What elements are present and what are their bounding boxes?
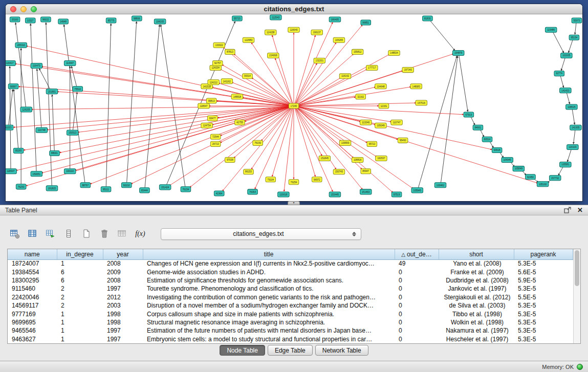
graph-node[interactable]: 95154 [569,35,579,40]
table-cell[interactable]: Stergiakouli et al. (2012) [439,293,514,301]
table-cell[interactable]: 9465546 [8,326,57,335]
graph-node[interactable]: 72544 [210,134,221,139]
network-graph[interactable]: 1724012161105049957221088161507439697276… [6,14,582,201]
table-cell[interactable]: 5.9E-5 [514,276,573,285]
graph-node[interactable]: 76254 [289,180,299,185]
divider-handle[interactable]: ▾ [288,201,300,205]
graph-edge[interactable] [41,106,290,173]
function-builder-icon[interactable]: f(x) [134,227,147,240]
graph-node[interactable]: 76154 [181,187,191,192]
create-table-icon[interactable] [80,227,93,240]
graph-node[interactable]: 105849 [513,166,525,171]
graph-node[interactable]: 76253 [16,184,26,189]
graph-node[interactable]: 148818 [231,94,243,99]
graph-node[interactable]: 92757 [212,60,223,65]
close-window-button[interactable] [10,6,16,12]
table-row[interactable]: 946362711997Embryonic stem cells: a mode… [8,335,573,343]
table-cell[interactable]: 1 [57,310,103,318]
graph-edge[interactable] [296,108,322,156]
table-row[interactable]: 2242004622012Investigating the contribut… [8,293,573,301]
graph-edge[interactable] [16,106,290,170]
graph-node[interactable]: 105049 [375,123,387,128]
table-cell[interactable]: Jankovic et al. (1997) [439,285,514,293]
table-cell[interactable]: 9777169 [8,310,57,318]
graph-node[interactable]: 93477 [207,116,217,121]
graph-node[interactable]: 79104 [266,177,276,182]
graph-edge[interactable] [37,69,41,128]
graph-edge[interactable] [15,63,290,105]
graph-node[interactable]: 95493 [398,138,408,143]
close-panel-icon[interactable]: ✕ [577,207,583,213]
graph-node[interactable]: 55723 [232,16,243,21]
graph-node[interactable]: 76150 [253,140,263,145]
graph-node[interactable]: 90014 [243,74,253,79]
graph-node[interactable]: 104205 [154,19,166,24]
table-cell[interactable]: 0 [395,310,439,318]
graph-node[interactable]: 116417 [6,60,15,65]
table-cell[interactable]: 2008 [103,276,143,285]
graph-edge[interactable] [573,130,575,144]
graph-node[interactable]: 88001 [50,150,60,156]
column-header-year[interactable]: year [103,249,143,259]
graph-node[interactable]: 155812 [352,49,363,54]
graph-node[interactable]: 41964 [214,191,224,196]
graph-node[interactable]: 124204 [210,65,222,71]
graph-edge[interactable] [575,23,576,34]
table-row[interactable]: 946554611997Estimation of the future num… [8,326,573,335]
graph-edge[interactable] [10,67,11,169]
column-header-in-degree[interactable]: in_degree [57,249,103,259]
table-cell[interactable]: 0 [395,301,439,310]
table-cell[interactable]: Structural magnetic resonance image aver… [143,318,395,326]
graph-node[interactable]: 196137 [311,30,323,35]
graph-edge[interactable] [297,106,391,122]
graph-node[interactable]: 112543 [270,15,282,20]
table-cell[interactable]: 5.6E-5 [514,268,573,276]
table-cell[interactable]: 5.3E-5 [514,259,573,268]
table-cell[interactable]: 18300295 [8,276,57,285]
delete-table-icon[interactable] [98,227,111,240]
graph-edge[interactable] [418,56,457,188]
table-cell[interactable]: 1997 [103,326,143,335]
table-cell[interactable]: 0 [395,285,439,293]
graph-edge[interactable] [46,23,52,186]
graph-edge[interactable] [297,103,416,106]
table-cell[interactable]: 1 [57,259,103,268]
graph-node[interactable]: 116640 [288,27,300,32]
graph-node[interactable]: 150743 [333,169,345,174]
graph-edge[interactable] [558,167,563,176]
table-cell[interactable]: 5.3E-5 [514,285,573,293]
table-cell[interactable]: de Silva et al. (2003) [439,301,514,310]
table-cell[interactable]: 0 [395,318,439,326]
graph-node[interactable]: 85775 [106,18,116,23]
table-cell[interactable]: Corpus callosum shape and size in male p… [143,310,395,318]
graph-node[interactable]: 126205 [20,107,32,112]
graph-edge[interactable] [296,25,363,104]
graph-edge[interactable] [296,108,363,189]
graph-node[interactable]: 86947 [361,169,371,174]
column-header-title[interactable]: title [143,249,395,259]
table-cell[interactable]: 0 [395,268,439,276]
table-cell[interactable]: Investigating the contribution of common… [143,293,395,301]
graph-node[interactable]: 55973 [572,18,582,23]
column-header-name[interactable]: name [8,249,57,259]
table-cell[interactable]: 5.5E-5 [514,293,573,301]
table-settings-icon[interactable] [8,227,21,240]
graph-node[interactable]: 14948 [58,19,69,24]
minimize-window-button[interactable] [20,6,27,12]
table-cell[interactable]: Tibbo et al. (1998) [439,310,514,318]
graph-node[interactable]: 86153 [244,169,254,174]
graph-node[interactable]: 120103 [567,144,579,149]
tab-node-table[interactable]: Node Table [220,345,265,356]
graph-node[interactable]: 97038 [225,158,235,163]
graph-node[interactable]: 108816 [352,158,363,163]
graph-edge[interactable] [297,107,367,143]
graph-edge[interactable] [15,23,26,107]
table-cell[interactable]: 1998 [103,310,143,318]
graph-edge[interactable] [220,107,290,143]
table-cell[interactable]: 1 [57,326,103,335]
table-cell[interactable]: Embryonic stem cells: a model to study s… [143,335,395,343]
graph-node[interactable]: 151801 [46,89,58,94]
graph-node[interactable]: 105945 [411,188,423,193]
graph-node[interactable]: 96972 [312,177,322,182]
tab-network-table[interactable]: Network Table [315,345,368,356]
